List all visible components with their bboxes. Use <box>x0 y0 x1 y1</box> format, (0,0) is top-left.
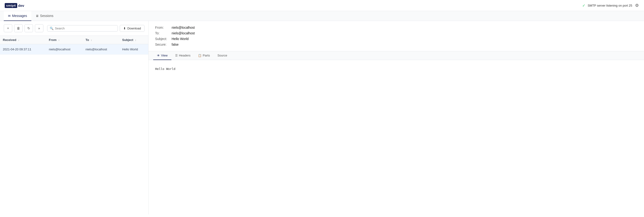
meta-secure-row: Secure: false <box>155 43 638 46</box>
logo-dev-text: dev <box>18 3 24 7</box>
main-content: × 🗑 ↻ » 🔍 ⬇ Download <box>0 21 644 215</box>
email-body: Hello World <box>148 60 644 215</box>
tab-sessions-label: Sessions <box>40 14 54 18</box>
col-subject-label: Subject <box>122 38 133 42</box>
view-tab-source-label: Source <box>217 54 227 57</box>
col-from-label: From <box>49 38 56 42</box>
view-tab-parts[interactable]: 📋 Parts <box>194 51 214 60</box>
meta-secure-label: Secure: <box>155 43 172 46</box>
headers-icon: ☰ <box>175 54 178 57</box>
email-view-tabs: 👁 View ☰ Headers 📋 Parts Source <box>148 51 644 60</box>
tab-sessions[interactable]: 🖥 Sessions <box>31 11 58 21</box>
col-to-label: To <box>86 38 89 42</box>
logo-num-text: 4 <box>14 4 16 7</box>
logo-smtp-box: smtp4 <box>5 3 17 8</box>
cell-received: 2021-04-20 09:37:11 <box>0 44 46 55</box>
email-meta: From: niels@localhost To: niels@localhos… <box>148 21 644 51</box>
trash-icon: 🗑 <box>17 26 20 30</box>
view-tab-headers-label: Headers <box>179 54 190 57</box>
view-tab-view[interactable]: 👁 View <box>153 51 171 60</box>
sessions-tab-icon: 🖥 <box>36 14 39 18</box>
view-tab-view-label: View <box>161 54 168 57</box>
meta-from-row: From: niels@localhost <box>155 26 638 29</box>
meta-subject-row: Subject: Hello World <box>155 37 638 41</box>
meta-subject-label: Subject: <box>155 37 172 41</box>
download-icon: ⬇ <box>123 27 126 30</box>
refresh-button[interactable]: ↻ <box>24 24 33 32</box>
view-tab-parts-label: Parts <box>203 54 210 57</box>
view-tab-headers[interactable]: ☰ Headers <box>171 51 194 60</box>
cell-to: niels@localhost <box>83 44 120 55</box>
meta-to-row: To: niels@localhost <box>155 31 638 35</box>
cell-subject: Hello World <box>119 44 148 55</box>
status-check-icon: ✓ <box>582 3 585 8</box>
parts-icon: 📋 <box>198 54 202 57</box>
email-detail-panel: From: niels@localhost To: niels@localhos… <box>148 21 644 215</box>
search-icon: 🔍 <box>50 27 54 30</box>
messages-toolbar: × 🗑 ↻ » 🔍 ⬇ Download <box>0 21 148 36</box>
eye-icon: 👁 <box>157 54 160 57</box>
col-received-sort-icon: ↓ <box>18 39 19 41</box>
meta-from-label: From: <box>155 26 172 29</box>
search-input[interactable] <box>55 27 115 30</box>
col-from-sort-icon: ↕ <box>58 39 60 41</box>
forward-icon: » <box>38 26 40 30</box>
status-text: SMTP server listening on port 25 <box>588 4 632 7</box>
logo: smtp4 dev <box>5 3 24 8</box>
close-button[interactable]: × <box>4 24 12 32</box>
col-to-sort-icon: ↕ <box>91 39 92 41</box>
messages-panel: × 🗑 ↻ » 🔍 ⬇ Download <box>0 21 148 215</box>
email-body-content: Hello World <box>155 67 176 71</box>
refresh-icon: ↻ <box>27 26 30 30</box>
col-to[interactable]: To ↕ <box>83 36 120 44</box>
col-subject-sort-icon: ↕ <box>135 39 136 41</box>
settings-button[interactable]: ⚙ <box>634 2 639 8</box>
table-row[interactable]: 2021-04-20 09:37:11 niels@localhost niel… <box>0 44 148 55</box>
main-tabs: ✉ Messages 🖥 Sessions <box>0 11 644 21</box>
app-header: smtp4 dev ✓ SMTP server listening on por… <box>0 0 644 11</box>
delete-button[interactable]: 🗑 <box>14 24 23 32</box>
close-icon: × <box>7 26 9 30</box>
logo-smtp-text: smtp <box>6 4 14 7</box>
meta-to-label: To: <box>155 31 172 35</box>
meta-secure-value: false <box>172 43 179 46</box>
cell-from: niels@localhost <box>46 44 83 55</box>
messages-table: Received ↓ From ↕ To ↕ Subject ↕ <box>0 36 148 55</box>
col-from[interactable]: From ↕ <box>46 36 83 44</box>
table-header-row: Received ↓ From ↕ To ↕ Subject ↕ <box>0 36 148 44</box>
download-button[interactable]: ⬇ Download <box>120 25 144 32</box>
meta-subject-value: Hello World <box>172 37 188 41</box>
tab-messages-label: Messages <box>12 14 27 18</box>
col-received[interactable]: Received ↓ <box>0 36 46 44</box>
search-box: 🔍 <box>47 25 118 31</box>
tab-messages[interactable]: ✉ Messages <box>4 11 31 21</box>
messages-tab-icon: ✉ <box>8 14 10 18</box>
meta-to-value: niels@localhost <box>172 31 195 35</box>
view-tab-source[interactable]: Source <box>214 51 231 60</box>
forward-button[interactable]: » <box>35 24 43 32</box>
download-label: Download <box>127 27 141 30</box>
header-status: ✓ SMTP server listening on port 25 ⚙ <box>582 2 639 8</box>
col-received-label: Received <box>3 38 16 42</box>
col-subject[interactable]: Subject ↕ <box>119 36 148 44</box>
meta-from-value: niels@localhost <box>172 26 195 29</box>
